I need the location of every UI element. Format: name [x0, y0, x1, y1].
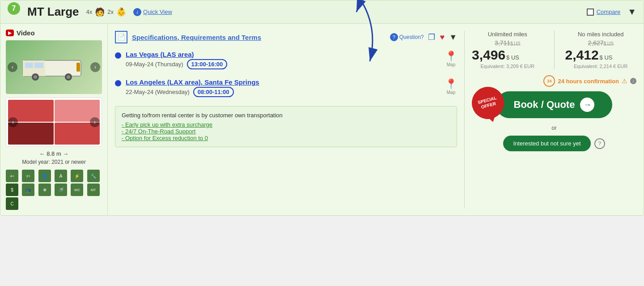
amenity-seatbelt: 👤: [38, 170, 51, 182]
info-box: Getting to/from rental center is by cust…: [115, 106, 457, 147]
no-miles-label: No miles included: [565, 31, 637, 38]
specs-link[interactable]: Specifications, Requirements and Terms: [132, 34, 261, 41]
book-button-row: SPECIAL OFFER Book / Quote →: [472, 91, 636, 118]
child-icon: 👶: [116, 7, 126, 17]
rv-card: 7 MT Large 4x 🧑 2x 👶 i Quick View Compar…: [0, 0, 644, 216]
dropoff-time-badge: 08:00-11:00: [193, 87, 234, 97]
amenity-tv: 📺: [22, 184, 34, 196]
doc-icon: 📄: [115, 31, 127, 43]
confirmation-info-icon[interactable]: i: [630, 78, 636, 84]
info-item-3[interactable]: - Option for Excess reduction to 0: [122, 135, 450, 141]
amenity-ac: A: [55, 170, 67, 182]
favorite-icon[interactable]: ♥: [440, 33, 445, 42]
tag-shape: SPECIAL OFFER: [468, 83, 508, 123]
svg-point-7: [67, 75, 70, 79]
pickup-time-badge: 13:00-16:00: [187, 59, 228, 69]
pickup-dot: [115, 52, 121, 59]
rv-photo: [6, 40, 102, 94]
no-miles-price: No miles included 2,627$ US 2,412 $ US E…: [565, 31, 637, 69]
capacity-icons: 4x 🧑 2x 👶: [86, 7, 126, 17]
size-label: ← 8.8 m →: [6, 150, 102, 157]
pickup-name-link[interactable]: Las Vegas (LAS area): [126, 51, 441, 58]
or-divider: or: [472, 124, 636, 131]
compare-checkbox[interactable]: [587, 9, 594, 16]
adult-icon: 🧑: [95, 7, 105, 17]
video-label-text: Video: [17, 29, 35, 37]
pickup-map-pin-icon: 📍: [445, 51, 457, 62]
pickup-date: 09-May-24 (Thursday): [126, 61, 183, 68]
no-miles-main-price: 2,412 $ US: [565, 47, 637, 63]
price-divider: [554, 31, 555, 69]
confirmation-text: 24 hours confirmation: [558, 78, 619, 85]
svg-point-5: [34, 75, 37, 79]
collapse-icon[interactable]: ▼: [627, 7, 636, 17]
model-year-label: Model year: 2021 or newer: [6, 159, 102, 165]
rv-image-svg: [18, 51, 90, 83]
unlimited-label: Unlimited miles: [472, 31, 543, 38]
card-header: 7 MT Large 4x 🧑 2x 👶 i Quick View Compar…: [0, 0, 644, 24]
carousel-prev-button[interactable]: ‹: [8, 62, 17, 72]
help-icon[interactable]: ?: [594, 138, 605, 149]
dropoff-map-pin-icon: 📍: [445, 78, 457, 90]
amenity-c: C: [6, 197, 18, 210]
svg-rect-2: [25, 63, 33, 68]
floorplan-next-button[interactable]: ›: [90, 117, 100, 127]
info-item-2[interactable]: - 24/7 On-The-Road Support: [122, 128, 450, 135]
book-label: Book / Quote: [514, 99, 575, 111]
svg-rect-3: [34, 63, 43, 68]
unlimited-miles-price: Unlimited miles 3,711$ US 3,496 $ US Equ…: [472, 31, 543, 69]
unlimited-main-price: 3,496 $ US: [472, 47, 543, 63]
info-item-1[interactable]: - Early pick up with extra surcharge: [122, 121, 450, 128]
compare-label: Compare: [597, 9, 620, 15]
middle-panel: 📄 Specifications, Requirements and Terms…: [108, 24, 464, 215]
amenity-fridge: ❄: [38, 184, 51, 196]
section-collapse-icon[interactable]: ▼: [449, 33, 457, 42]
amenity-tools: 🔧: [87, 170, 100, 182]
tag-text: SPECIAL OFFER: [477, 95, 499, 111]
info-items: - Early pick up with extra surcharge - 2…: [122, 121, 450, 141]
dropoff-content: Los Angeles (LAX area), Santa Fe Springs…: [126, 78, 441, 97]
amenity-wc: WC: [71, 184, 83, 196]
interested-button[interactable]: Interested but not sure yet: [503, 136, 590, 151]
question-icon: ?: [390, 33, 398, 41]
floorplan-image: [6, 98, 102, 146]
dropoff-date: 22-May-24 (Wednesday): [126, 89, 190, 95]
dropoff-map-button[interactable]: 📍 Map: [445, 78, 457, 95]
book-quote-button[interactable]: Book / Quote →: [496, 91, 613, 118]
left-panel: ▶ Video: [0, 24, 108, 215]
unlimited-strike-price: 3,711$ US: [472, 39, 543, 47]
amenity-electric: ⚡: [71, 170, 83, 182]
card-number: 7: [8, 2, 20, 15]
info-icon: i: [133, 8, 141, 16]
info-main-text: Getting to/from rental center is by cust…: [122, 112, 450, 119]
question-button[interactable]: ? Question?: [390, 33, 424, 41]
question-label: Question?: [399, 34, 424, 40]
youtube-icon: ▶: [6, 30, 14, 36]
hours-badge: 24: [543, 75, 555, 87]
specs-header: 📄 Specifications, Requirements and Terms…: [115, 31, 457, 43]
carousel-next-button[interactable]: ›: [90, 62, 100, 72]
share-icon[interactable]: ❐: [428, 32, 435, 42]
pickup-location-row: Las Vegas (LAS area) 09-May-24 (Thursday…: [115, 51, 457, 69]
dropoff-map-label: Map: [447, 90, 455, 95]
dropoff-name-link[interactable]: Los Angeles (LAX area), Santa Fe Springs: [126, 78, 441, 86]
card-title: MT Large: [27, 5, 79, 19]
special-offer-tag: SPECIAL OFFER: [472, 87, 508, 123]
svg-rect-8: [76, 63, 80, 72]
quick-view-button[interactable]: i Quick View: [133, 8, 172, 16]
quick-view-label: Quick View: [143, 9, 172, 15]
amenity-icons-grid: 4+ 2+ 👤 A ⚡ 🔧 $ 📺 ❄ 🚿 WC MT C: [6, 170, 102, 210]
pickup-content: Las Vegas (LAS area) 09-May-24 (Thursday…: [126, 51, 441, 69]
amenity-persons2: 2+: [22, 170, 34, 182]
floorplan-prev-button[interactable]: ‹: [8, 117, 18, 127]
header-icons-right: ? Question? ❐ ♥ ▼: [390, 32, 457, 42]
pickup-map-label: Map: [447, 62, 455, 67]
interested-row: Interested but not sure yet ?: [472, 136, 636, 151]
right-panel: Unlimited miles 3,711$ US 3,496 $ US Equ…: [465, 24, 644, 215]
adult-count: 4x: [86, 9, 93, 15]
amenity-cost: $: [6, 184, 18, 196]
amenity-shower: 🚿: [55, 184, 67, 196]
pickup-map-button[interactable]: 📍 Map: [445, 51, 457, 67]
no-miles-strike-price: 2,627$ US: [565, 39, 637, 47]
compare-button[interactable]: Compare: [587, 9, 620, 16]
